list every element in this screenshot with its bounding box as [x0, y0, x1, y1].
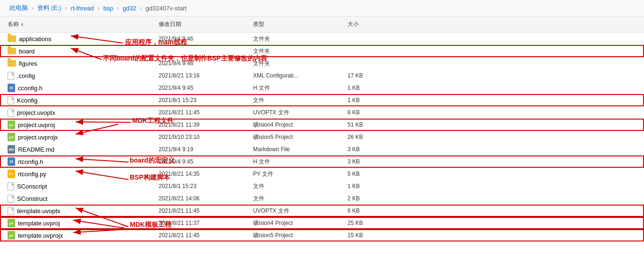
file-type: PY 文件 [253, 170, 347, 178]
table-row[interactable]: Kconfig 2021/8/1 15:23 文件 1 KB [0, 94, 644, 106]
file-type: 礦ision5 Project [253, 232, 347, 240]
file-size: 6 KB [347, 109, 395, 116]
file-name-label: rtconfig.py [18, 171, 46, 178]
file-icon [8, 207, 14, 215]
file-name-cell: SConstruct [8, 195, 159, 203]
table-row[interactable]: applications 2021/9/4 9:46 文件夹 [0, 33, 644, 45]
table-row[interactable]: MD README.md 2021/9/4 9:19 Markdown File… [0, 143, 644, 155]
file-date: 2021/9/4 9:45 [159, 158, 253, 165]
file-name-cell: μV template.uvproj [8, 219, 159, 227]
col-type[interactable]: 类型 [253, 18, 347, 30]
sort-icon: ∧ [20, 22, 24, 27]
breadcrumb-item-drive[interactable]: 资料 (E:) [37, 4, 61, 12]
file-type: UVOPTX 文件 [253, 109, 347, 117]
file-icon [8, 109, 14, 117]
table-row[interactable]: template.uvoptx 2021/8/21 11:45 UVOPTX 文… [0, 205, 644, 217]
file-name-label: .config [17, 72, 35, 79]
file-name-cell: μV project.uvproj [8, 120, 159, 129]
file-name-cell: applications [8, 35, 159, 43]
file-name-label: applications [19, 35, 51, 43]
folder-icon [8, 48, 16, 54]
col-date[interactable]: 修改日期 [159, 18, 253, 30]
file-name-cell: PY rtconfig.py [8, 170, 159, 178]
file-name-cell: figures [8, 60, 159, 67]
file-size: 25 KB [347, 220, 395, 226]
file-type: H 文件 [253, 84, 347, 92]
file-date: 2021/8/21 14:06 [159, 195, 253, 202]
file-size: 26 KB [347, 134, 395, 140]
breadcrumb-item-rtthread[interactable]: rt-thread [71, 5, 94, 12]
col-name[interactable]: 名称 ∧ [8, 18, 159, 30]
file-name-cell: MD README.md [8, 145, 159, 154]
sep3: › [98, 5, 100, 11]
file-date: 2021/8/21 11:37 [159, 220, 253, 226]
uv-file-icon: μV [8, 231, 15, 240]
file-date: 2021/8/21 11:39 [159, 121, 253, 128]
col-size[interactable]: 大小 [347, 18, 395, 30]
table-row[interactable]: PY rtconfig.py 2021/8/21 14:35 PY 文件 5 K… [0, 168, 644, 180]
file-date: 2021/8/1 15:23 [159, 97, 253, 103]
file-type: 礦ision5 Project [253, 133, 347, 141]
file-name-cell: H rtconfig.h [8, 157, 159, 166]
file-date: 2021/8/21 11:45 [159, 207, 253, 214]
uv-file-icon: μV [8, 120, 15, 129]
sep1: › [32, 5, 34, 11]
file-date: 2021/9/4 9:46 [159, 35, 253, 42]
file-size: 1 KB [347, 85, 395, 91]
file-name-label: cconfig.h [18, 85, 42, 92]
file-name-label: figures [19, 60, 37, 67]
table-row[interactable]: SConscript 2021/8/1 15:23 文件 1 KB [0, 180, 644, 192]
file-date: 2021/8/21 14:35 [159, 171, 253, 177]
file-size: 1 KB [347, 97, 395, 103]
breadcrumb-item-current: gd32407v-start [146, 5, 187, 12]
file-size: 5 KB [347, 171, 395, 177]
file-type: 礦ision4 Project [253, 219, 347, 227]
folder-icon [8, 60, 16, 67]
file-name-cell: template.uvoptx [8, 207, 159, 215]
py-file-icon: PY [8, 170, 15, 178]
table-row[interactable]: .config 2021/8/21 13:16 XML Configurati.… [0, 69, 644, 82]
file-name-cell: board [8, 48, 159, 55]
file-type: 文件夹 [253, 35, 347, 43]
file-type: 文件 [253, 182, 347, 190]
breadcrumb-item-pc[interactable]: 此电脑 [9, 4, 28, 12]
file-type: 文件 [253, 195, 347, 203]
file-date: 2021/8/21 11:45 [159, 232, 253, 239]
file-date: 2021/9/4 9:45 [159, 85, 253, 91]
file-list[interactable]: applications 2021/9/4 9:46 文件夹 board 文件夹… [0, 33, 644, 257]
file-icon [8, 72, 14, 80]
file-name-label: project.uvproj [18, 121, 55, 129]
breadcrumb-item-gd32[interactable]: gd32 [123, 5, 136, 12]
file-name-cell: .config [8, 72, 159, 80]
table-row[interactable]: H cconfig.h 2021/9/4 9:45 H 文件 1 KB [0, 82, 644, 94]
file-name-cell: μV project.uvprojx [8, 133, 159, 141]
file-date: 2021/9/4 9:46 [159, 60, 253, 67]
file-date: 2021/9/4 9:19 [159, 146, 253, 153]
h-file-icon: H [8, 84, 15, 92]
file-name-label: project.uvprojx [18, 134, 58, 141]
file-type: UVOPTX 文件 [253, 207, 347, 215]
file-date: 2021/8/21 13:16 [159, 72, 253, 79]
table-row[interactable]: μV project.uvproj 2021/8/21 11:39 礦ision… [0, 119, 644, 131]
breadcrumb-item-bsp[interactable]: bsp [103, 5, 113, 12]
table-row[interactable]: μV project.uvprojx 2021/9/10 23:10 礦isio… [0, 131, 644, 143]
file-size: 51 KB [347, 121, 395, 128]
table-row[interactable]: μV template.uvprojx 2021/8/21 11:45 礦isi… [0, 229, 644, 241]
file-icon [8, 96, 14, 104]
file-name-label: Kconfig [17, 97, 37, 104]
uv-file-icon: μV [8, 219, 15, 227]
file-name-cell: H cconfig.h [8, 84, 159, 92]
table-row[interactable]: H rtconfig.h 2021/9/4 9:45 H 文件 3 KB [0, 155, 644, 168]
file-size: 6 KB [347, 207, 395, 214]
table-row[interactable]: SConstruct 2021/8/21 14:06 文件 2 KB [0, 192, 644, 205]
file-name-cell: Kconfig [8, 96, 159, 104]
file-name-label: board [19, 48, 34, 55]
table-row[interactable]: figures 2021/9/4 9:46 文件夹 [0, 57, 644, 69]
file-type: 礦ision4 Project [253, 121, 347, 129]
table-row[interactable]: μV template.uvproj 2021/8/21 11:37 礦isio… [0, 217, 644, 229]
file-type: Markdown File [253, 146, 347, 153]
breadcrumb: 此电脑 › 资料 (E:) › rt-thread › bsp › gd32 ›… [0, 0, 644, 17]
file-name-label: project.uvoptx [17, 109, 55, 116]
table-row[interactable]: project.uvoptx 2021/8/21 11:45 UVOPTX 文件… [0, 106, 644, 119]
table-row[interactable]: board 文件夹 [0, 45, 644, 57]
